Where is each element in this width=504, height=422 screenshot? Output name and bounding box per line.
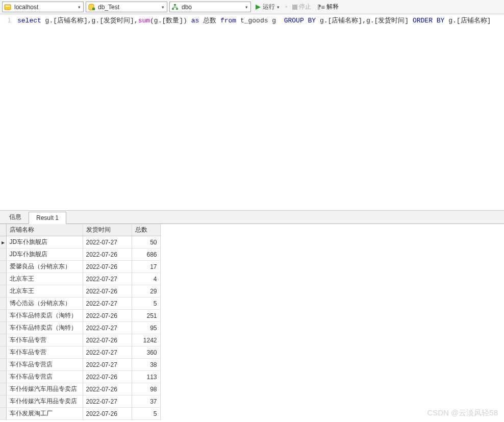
schema-icon	[170, 3, 180, 12]
cell-shop[interactable]: 车仆车品专营店	[6, 359, 83, 371]
cell-date[interactable]: 2022-07-27	[83, 273, 132, 285]
header-row: 店铺名称 发货时间 总数	[0, 224, 160, 236]
svg-rect-3	[92, 8, 95, 10]
cell-total[interactable]: 17	[132, 261, 160, 273]
table-row[interactable]: 车仆车品特卖店（淘特）2022-07-2795	[0, 322, 160, 334]
cell-total[interactable]: 37	[132, 395, 160, 408]
cell-total[interactable]: 113	[132, 371, 160, 383]
table-row[interactable]: JD车仆旗舰店2022-07-26686	[0, 249, 160, 261]
code-content[interactable]: select g.[店铺名称],g.[发货时间],sum(g.[数量]) as …	[15, 14, 504, 210]
row-marker	[0, 249, 6, 261]
run-button[interactable]: 运行 ▾	[253, 2, 282, 12]
cell-date[interactable]: 2022-07-26	[83, 261, 132, 273]
cell-shop[interactable]: 车仆车品专营	[6, 334, 83, 346]
toolbar: localhost ▾ db_Test ▾ dbo ▾ 运行 ▾ • 停止 ⁋≡…	[0, 0, 504, 14]
table-row[interactable]: 车仆车品专营店2022-07-26113	[0, 371, 160, 383]
cell-date[interactable]: 2022-07-26	[83, 249, 132, 261]
col-header-date[interactable]: 发货时间	[83, 224, 132, 236]
table-row[interactable]: 北京车王2022-07-2629	[0, 285, 160, 297]
cell-date[interactable]: 2022-07-26	[83, 383, 132, 395]
cell-date[interactable]: 2022-07-27	[83, 359, 132, 371]
database-label: db_Test	[96, 4, 159, 11]
cell-shop[interactable]: 车仆车品专营	[6, 346, 83, 359]
table-row[interactable]: 车仆车品专营店2022-07-2738	[0, 359, 160, 371]
cell-total[interactable]: 98	[132, 383, 160, 395]
table-row[interactable]: 爱馨良品（分销京东）2022-07-2617	[0, 261, 160, 273]
server-dropdown[interactable]: localhost ▾	[2, 2, 84, 12]
chevron-down-icon: ▾	[75, 5, 83, 10]
tab-result-1[interactable]: Result 1	[29, 212, 66, 224]
cell-total[interactable]: 251	[132, 310, 160, 322]
table-row[interactable]: 车仆发展淘工厂2022-07-265	[0, 408, 160, 420]
table-row[interactable]: 车仆传媒汽车用品专卖店2022-07-2698	[0, 383, 160, 395]
result-grid-area: 店铺名称 发货时间 总数 ▸JD车仆旗舰店2022-07-2750JD车仆旗舰店…	[0, 224, 504, 422]
cell-shop[interactable]: 车仆车品特卖店（淘特）	[6, 310, 83, 322]
table-row[interactable]: 博心浩远（分销京东）2022-07-275	[0, 297, 160, 310]
cell-total[interactable]: 360	[132, 346, 160, 359]
play-icon	[255, 4, 261, 10]
table-row[interactable]: 车仆车品专营2022-07-261242	[0, 334, 160, 346]
row-marker	[0, 297, 6, 310]
cell-shop[interactable]: 博心浩远（分销京东）	[6, 297, 83, 310]
table-row[interactable]: 北京车王2022-07-274	[0, 273, 160, 285]
cell-date[interactable]: 2022-07-26	[83, 310, 132, 322]
cell-date[interactable]: 2022-07-26	[83, 334, 132, 346]
svg-rect-4	[174, 4, 176, 6]
svg-marker-7	[256, 5, 261, 10]
result-tabs: 信息 Result 1	[0, 211, 504, 224]
stop-label: 停止	[299, 3, 311, 11]
cell-date[interactable]: 2022-07-27	[83, 395, 132, 408]
row-marker	[0, 334, 6, 346]
cell-date[interactable]: 2022-07-27	[83, 346, 132, 359]
cell-shop[interactable]: 车仆传媒汽车用品专卖店	[6, 383, 83, 395]
result-grid[interactable]: 店铺名称 发货时间 总数 ▸JD车仆旗舰店2022-07-2750JD车仆旗舰店…	[0, 224, 161, 420]
stop-button[interactable]: 停止	[290, 2, 313, 12]
line-number: 1	[0, 16, 11, 24]
cell-date[interactable]: 2022-07-26	[83, 371, 132, 383]
table-row[interactable]: ▸JD车仆旗舰店2022-07-2750	[0, 236, 160, 249]
col-header-total[interactable]: 总数	[132, 224, 160, 236]
cell-total[interactable]: 686	[132, 249, 160, 261]
cell-date[interactable]: 2022-07-27	[83, 297, 132, 310]
row-marker	[0, 408, 6, 420]
cell-shop[interactable]: 车仆传媒汽车用品专卖店	[6, 395, 83, 408]
cell-total[interactable]: 1242	[132, 334, 160, 346]
cell-shop[interactable]: 北京车王	[6, 285, 83, 297]
line-gutter: 1	[0, 14, 15, 210]
cell-shop[interactable]: JD车仆旗舰店	[6, 236, 83, 249]
cell-shop[interactable]: 车仆车品特卖店（淘特）	[6, 322, 83, 334]
explain-button[interactable]: ⁋≡ 解释	[315, 2, 340, 12]
cell-shop[interactable]: 车仆发展淘工厂	[6, 408, 83, 420]
cell-shop[interactable]: JD车仆旗舰店	[6, 249, 83, 261]
svg-rect-0	[5, 5, 11, 10]
cell-total[interactable]: 5	[132, 408, 160, 420]
cell-shop[interactable]: 爱馨良品（分销京东）	[6, 261, 83, 273]
col-header-shop[interactable]: 店铺名称	[6, 224, 83, 236]
tab-info[interactable]: 信息	[2, 211, 29, 224]
cell-date[interactable]: 2022-07-26	[83, 408, 132, 420]
cell-date[interactable]: 2022-07-27	[83, 322, 132, 334]
cell-total[interactable]: 5	[132, 297, 160, 310]
cell-shop[interactable]: 车仆车品专营店	[6, 371, 83, 383]
cell-shop[interactable]: 北京车王	[6, 273, 83, 285]
sql-editor[interactable]: 1 select g.[店铺名称],g.[发货时间],sum(g.[数量]) a…	[0, 14, 504, 211]
cell-date[interactable]: 2022-07-26	[83, 285, 132, 297]
cell-total[interactable]: 4	[132, 273, 160, 285]
table-row[interactable]: 车仆车品专营2022-07-27360	[0, 346, 160, 359]
cell-total[interactable]: 38	[132, 359, 160, 371]
row-marker	[0, 371, 6, 383]
row-marker	[0, 285, 6, 297]
table-row[interactable]: 车仆传媒汽车用品专卖店2022-07-2737	[0, 395, 160, 408]
cell-date[interactable]: 2022-07-27	[83, 236, 132, 249]
row-marker	[0, 310, 6, 322]
cell-total[interactable]: 95	[132, 322, 160, 334]
cell-total[interactable]: 29	[132, 285, 160, 297]
server-label: localhost	[12, 4, 75, 11]
table-row[interactable]: 车仆车品特卖店（淘特）2022-07-26251	[0, 310, 160, 322]
cell-total[interactable]: 50	[132, 236, 160, 249]
svg-rect-6	[176, 8, 178, 10]
explain-label: 解释	[326, 3, 339, 11]
chevron-down-icon: ▾	[242, 5, 250, 10]
schema-dropdown[interactable]: dbo ▾	[169, 2, 251, 12]
database-dropdown[interactable]: db_Test ▾	[86, 2, 167, 12]
